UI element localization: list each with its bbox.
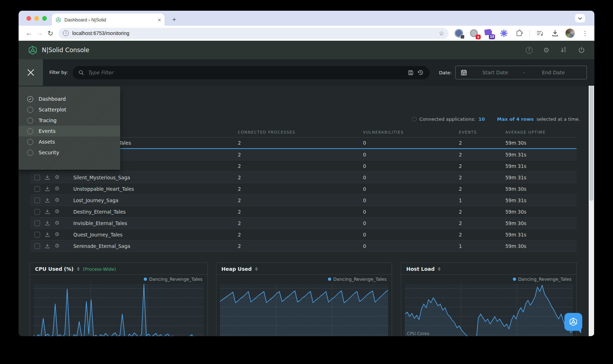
settings-gear-icon[interactable]: ⚙ bbox=[543, 47, 549, 54]
table-row[interactable]: ⚙ Invisible_Eternal_Tales 2 0 2 59m 30s bbox=[30, 218, 577, 229]
row-checkbox[interactable] bbox=[34, 220, 40, 226]
address-bar[interactable]: i localhost:6753/monitoring ☆ bbox=[59, 28, 448, 39]
average-uptime-value: 59m 30s bbox=[485, 186, 577, 192]
table-row[interactable]: ⚙ Serenade_Eternal_Saga 2 0 1 59m 30s bbox=[30, 240, 577, 252]
row-checkbox[interactable] bbox=[34, 243, 40, 249]
menu-item-dashboard[interactable]: ✓ Dashboard bbox=[19, 94, 120, 104]
metric-selector-icon[interactable] bbox=[438, 267, 441, 271]
reload-icon[interactable]: ↻ bbox=[45, 29, 56, 38]
row-settings-gear-icon[interactable]: ⚙ bbox=[55, 209, 59, 214]
new-tab-button[interactable]: + bbox=[170, 15, 179, 24]
browser-tab[interactable]: Dashboard › N|Solid × bbox=[52, 14, 165, 26]
chart-header: CPU Used (%) (Process-Wide) bbox=[30, 263, 207, 275]
type-filter-input[interactable] bbox=[88, 70, 404, 75]
app-header: N|Solid Console ? ⚙ bbox=[19, 41, 594, 59]
minimize-window-button[interactable] bbox=[34, 16, 39, 21]
media-playlist-icon[interactable] bbox=[535, 29, 545, 38]
average-uptime-value: 59m 30s bbox=[485, 243, 577, 249]
row-checkbox[interactable] bbox=[34, 232, 40, 238]
tab-close-icon[interactable]: × bbox=[158, 17, 161, 23]
download-icon[interactable] bbox=[45, 186, 50, 191]
bookmark-star-icon[interactable]: ☆ bbox=[439, 30, 444, 37]
assistant-chat-bubble[interactable] bbox=[564, 313, 582, 331]
application-name: Quest_Journey_Tales bbox=[73, 232, 215, 238]
row-checkbox[interactable] bbox=[34, 186, 40, 192]
back-icon[interactable]: ← bbox=[24, 29, 34, 37]
table-row[interactable]: ⚙ Unstoppable_Heart_Tales 2 0 2 59m 30s bbox=[30, 183, 577, 195]
vulnerabilities-value: 0 bbox=[340, 209, 435, 215]
app-brand: N|Solid Console bbox=[28, 45, 89, 55]
chart-card-cpu-used-: CPU Used (%) (Process-Wide) Dancing_Reve… bbox=[30, 263, 208, 336]
tab-search-button[interactable] bbox=[575, 14, 585, 23]
date-range-picker[interactable]: Start Date - End Date bbox=[455, 66, 587, 79]
table-row[interactable]: ⚙ Lost_Journey_Saga 2 0 1 59m 31s bbox=[30, 195, 577, 206]
cards-extension-icon[interactable]: 14 bbox=[484, 29, 494, 38]
filter-bar: Filter by: Date: Start Date - End Date bbox=[19, 59, 594, 86]
scrollbar-thumb[interactable] bbox=[589, 86, 593, 201]
browser-menu-icon[interactable]: ⋮ bbox=[580, 30, 589, 37]
legend-label: Dancing_Revenge_Tales bbox=[149, 276, 202, 282]
close-window-button[interactable] bbox=[26, 16, 31, 21]
download-icon[interactable] bbox=[45, 175, 50, 180]
events-value: 2 bbox=[435, 209, 485, 215]
power-icon[interactable] bbox=[578, 46, 585, 54]
vulnerabilities-value: 0 bbox=[340, 152, 435, 158]
save-filter-icon[interactable] bbox=[408, 70, 414, 76]
row-settings-gear-icon[interactable]: ⚙ bbox=[55, 186, 59, 191]
table-row[interactable]: ⚙ Silent_Mysterious_Saga 2 0 2 59m 31s bbox=[30, 172, 577, 183]
metric-selector-icon[interactable] bbox=[255, 267, 258, 271]
row-checkbox[interactable] bbox=[34, 198, 40, 203]
row-checkbox[interactable] bbox=[34, 209, 40, 215]
downloads-icon[interactable] bbox=[550, 29, 560, 38]
line-series bbox=[405, 284, 573, 336]
site-info-icon[interactable]: i bbox=[63, 30, 69, 36]
page-content: Connected applications: 10 Max of 4 rows… bbox=[19, 86, 594, 336]
password-manager-extension-icon[interactable] bbox=[454, 29, 464, 38]
download-icon[interactable] bbox=[45, 209, 50, 214]
events-value: 2 bbox=[435, 140, 485, 146]
row-checkbox[interactable] bbox=[34, 175, 40, 180]
menu-item-assets[interactable]: Assets bbox=[19, 136, 120, 147]
row-settings-gear-icon[interactable]: ⚙ bbox=[55, 175, 59, 180]
row-settings-gear-icon[interactable]: ⚙ bbox=[55, 243, 59, 249]
forward-icon[interactable]: → bbox=[34, 29, 45, 37]
vulnerabilities-value: 0 bbox=[340, 220, 435, 226]
radio-icon bbox=[27, 139, 33, 145]
column-header: EVENTS bbox=[435, 130, 485, 134]
vulnerabilities-value: 0 bbox=[340, 163, 435, 169]
download-icon[interactable] bbox=[45, 243, 50, 249]
chart-title: CPU Used (%) bbox=[35, 266, 74, 272]
refresh-icon bbox=[412, 117, 417, 121]
adblock-extension-icon[interactable]: x bbox=[469, 29, 479, 38]
filter-history-icon[interactable] bbox=[417, 69, 424, 76]
menu-item-tracing[interactable]: Tracing bbox=[19, 115, 120, 126]
download-icon[interactable] bbox=[45, 198, 50, 203]
average-uptime-value: 59m 31s bbox=[485, 198, 577, 203]
menu-item-events[interactable]: Events bbox=[19, 126, 120, 136]
table-row[interactable]: ⚙ Quest_Journey_Tales 2 0 2 59m 31s bbox=[30, 229, 577, 240]
radio-icon bbox=[27, 128, 33, 134]
fullscreen-window-button[interactable] bbox=[42, 16, 47, 21]
vulnerabilities-value: 0 bbox=[340, 232, 435, 238]
burst-extension-icon[interactable] bbox=[499, 29, 509, 38]
swap-arrows-icon[interactable] bbox=[560, 46, 567, 54]
row-settings-gear-icon[interactable]: ⚙ bbox=[55, 198, 59, 203]
profile-avatar[interactable] bbox=[565, 29, 575, 38]
page-scrollbar[interactable] bbox=[589, 86, 594, 336]
metric-selector-icon[interactable] bbox=[77, 267, 80, 271]
download-icon[interactable] bbox=[45, 220, 50, 226]
column-header: AVERAGE UPTIME bbox=[485, 130, 577, 134]
end-date-input[interactable]: End Date bbox=[525, 70, 581, 75]
table-row[interactable]: ⚙ Destiny_Eternal_Tales 2 0 2 59m 30s bbox=[30, 206, 577, 218]
close-menu-button[interactable] bbox=[19, 59, 43, 86]
menu-item-security[interactable]: Security bbox=[19, 147, 120, 158]
menu-item-scatterplot[interactable]: Scatterplot bbox=[19, 104, 120, 115]
row-settings-gear-icon[interactable]: ⚙ bbox=[55, 220, 59, 226]
start-date-input[interactable]: Start Date bbox=[467, 70, 523, 75]
row-settings-gear-icon[interactable]: ⚙ bbox=[55, 232, 59, 237]
menu-item-label: Scatterplot bbox=[39, 107, 66, 113]
connected-processes-value: 2 bbox=[215, 140, 340, 146]
download-icon[interactable] bbox=[45, 232, 50, 237]
extensions-puzzle-icon[interactable] bbox=[514, 29, 524, 38]
help-icon[interactable]: ? bbox=[526, 47, 533, 54]
